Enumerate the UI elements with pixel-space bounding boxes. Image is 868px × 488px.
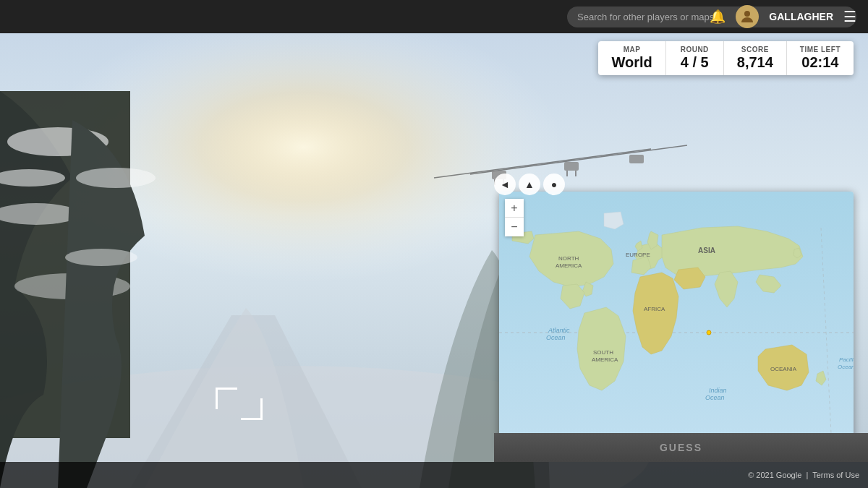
hud-time-value: 02:14 xyxy=(800,53,841,71)
svg-text:NORTH: NORTH xyxy=(558,255,579,262)
svg-rect-25 xyxy=(499,192,854,448)
svg-point-0 xyxy=(744,11,750,17)
hud-round-value: 4 / 5 xyxy=(679,53,710,71)
navbar: 🔔 GALLAGHER ☰ xyxy=(0,0,868,33)
road-marker-bottomright xyxy=(239,358,268,380)
svg-text:EUROPE: EUROPE xyxy=(626,252,650,258)
hud-time: TIME LEFT 02:14 xyxy=(787,41,854,75)
svg-text:Ocean: Ocean xyxy=(546,334,566,341)
svg-text:AMERICA: AMERICA xyxy=(592,356,618,363)
hud-panel: MAP World ROUND 4 / 5 SCORE 8,714 TIME L… xyxy=(598,41,854,75)
map-container[interactable]: Atlantic Ocean Indian Ocean Pacific Ocea… xyxy=(499,192,854,448)
menu-icon[interactable]: ☰ xyxy=(843,8,856,25)
svg-text:OCEANIA: OCEANIA xyxy=(770,366,797,372)
hud-round-label: ROUND xyxy=(679,46,710,53)
nav-arrows: ◄ ▲ ● xyxy=(494,174,565,195)
nav-up-button[interactable]: ▲ xyxy=(519,174,540,195)
guess-button[interactable]: GUESS xyxy=(494,433,868,462)
copyright: © 2021 Google xyxy=(748,471,801,479)
nav-left-button[interactable]: ◄ xyxy=(494,174,516,195)
guess-bar[interactable]: GUESS xyxy=(494,433,868,462)
svg-text:SOUTH: SOUTH xyxy=(593,349,613,356)
bell-icon[interactable]: 🔔 xyxy=(710,9,726,25)
hud-score-label: SCORE xyxy=(737,46,773,53)
svg-text:Atlantic: Atlantic xyxy=(548,327,570,334)
hud-map-label: MAP xyxy=(611,46,652,53)
svg-text:Ocean: Ocean xyxy=(705,394,725,401)
hud-score-value: 8,714 xyxy=(737,53,773,71)
svg-text:AMERICA: AMERICA xyxy=(556,262,582,269)
nav-right-button[interactable]: ● xyxy=(543,174,565,195)
footer-terms-link[interactable]: Terms of Use xyxy=(812,471,859,479)
copyright-text: © 2021 Google | Terms of Use xyxy=(748,471,859,479)
zoom-in-button[interactable]: + xyxy=(505,199,524,218)
nav-right: 🔔 GALLAGHER ☰ xyxy=(710,5,856,28)
svg-text:AFRICA: AFRICA xyxy=(644,306,665,312)
svg-point-28 xyxy=(707,330,711,335)
map-zoom-controls: + − xyxy=(505,199,524,236)
username: GALLAGHER xyxy=(769,11,833,22)
hud-score: SCORE 8,714 xyxy=(724,41,787,75)
svg-text:Pacific: Pacific xyxy=(839,356,854,363)
road-marker-topleft xyxy=(210,351,239,372)
svg-text:Ocean: Ocean xyxy=(838,364,854,370)
svg-text:ASIA: ASIA xyxy=(698,247,715,254)
world-map: Atlantic Ocean Indian Ocean Pacific Ocea… xyxy=(499,192,854,448)
hud-time-label: TIME LEFT xyxy=(800,46,841,53)
hud-map: MAP World xyxy=(598,41,665,75)
zoom-out-button[interactable]: − xyxy=(505,218,524,236)
hud-round: ROUND 4 / 5 xyxy=(666,41,724,75)
avatar xyxy=(736,5,759,28)
bottom-bar: © 2021 Google | Terms of Use xyxy=(0,462,868,488)
hud-map-value: World xyxy=(611,53,652,71)
svg-text:Indian: Indian xyxy=(709,387,727,394)
